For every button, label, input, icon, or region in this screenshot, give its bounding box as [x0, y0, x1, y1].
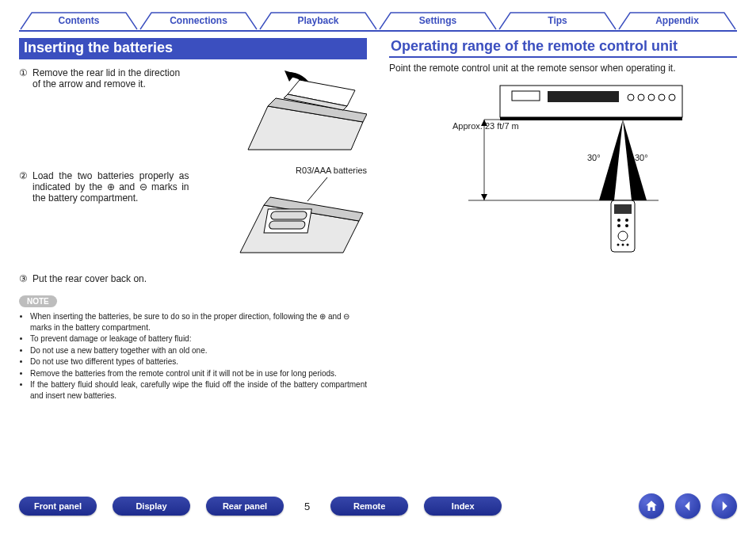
battery-type-label: R03/AAA batteries: [296, 166, 367, 175]
svg-point-32: [625, 224, 628, 227]
tab-label: Contents: [59, 15, 100, 26]
footer-front-panel[interactable]: Front panel: [19, 497, 97, 516]
step-text: Remove the rear lid in the direction of …: [32, 67, 189, 89]
tab-appendix[interactable]: Appendix: [617, 11, 737, 30]
illustration-operating-range: Approx. 23 ft/7 m 30° 30°: [389, 82, 737, 264]
angle-left-label: 30°: [587, 153, 601, 162]
step-1: ① Remove the rear lid in the direction o…: [19, 67, 189, 89]
step-text: Put the rear cover back on.: [32, 273, 147, 284]
step-number: ③: [19, 273, 28, 284]
svg-marker-25: [481, 194, 487, 200]
intro-text: Point the remote control unit at the rem…: [389, 63, 737, 74]
svg-line-10: [307, 177, 327, 201]
tab-contents[interactable]: Contents: [19, 11, 139, 30]
angle-right-label: 30°: [635, 153, 648, 162]
footer-rear-panel[interactable]: Rear panel: [206, 497, 284, 516]
note-item: When inserting the batteries, be sure to…: [30, 311, 367, 333]
illustration-load-batteries: R03/AAA batteries: [197, 166, 368, 268]
svg-rect-8: [270, 211, 307, 219]
tab-label: Tips: [548, 15, 567, 26]
tab-label: Playback: [297, 15, 338, 26]
tab-label: Connections: [170, 15, 227, 26]
heading-operating-range: Operating range of the remote control un…: [389, 38, 737, 58]
svg-point-30: [625, 219, 628, 222]
note-list: When inserting the batteries, be sure to…: [19, 311, 367, 401]
note-badge: NOTE: [19, 295, 57, 307]
note-item: To prevent damage or leakage of battery …: [30, 333, 367, 345]
distance-label: Approx. 23 ft/7 m: [452, 121, 519, 131]
tab-settings[interactable]: Settings: [378, 11, 498, 30]
note-item: If the battery fluid should leak, carefu…: [30, 379, 367, 401]
note-subitem: Do not use a new battery together with a…: [30, 345, 367, 356]
svg-rect-13: [548, 91, 619, 102]
svg-point-29: [617, 219, 620, 222]
column-right: Operating range of the remote control un…: [389, 38, 737, 402]
tab-playback[interactable]: Playback: [258, 11, 378, 30]
tab-label: Settings: [419, 15, 456, 26]
note-subitem: Do not use two different types of batter…: [30, 356, 367, 367]
next-page-icon[interactable]: [712, 493, 737, 519]
step-3: ③ Put the rear cover back on.: [19, 273, 367, 284]
page-number: 5: [304, 501, 310, 512]
tab-tips[interactable]: Tips: [498, 11, 617, 30]
column-left: Inserting the batteries ① Remove the rea…: [19, 38, 367, 402]
heading-inserting-batteries: Inserting the batteries: [19, 38, 367, 59]
step-2: ② Load the two batteries properly as ind…: [19, 170, 189, 204]
step-text: Load the two batteries properly as indic…: [32, 170, 189, 204]
footer-display[interactable]: Display: [113, 497, 190, 516]
content-columns: Inserting the batteries ① Remove the rea…: [19, 38, 737, 402]
tab-label: Appendix: [655, 15, 699, 26]
svg-point-31: [617, 224, 620, 227]
step-number: ①: [19, 67, 28, 78]
home-icon[interactable]: [639, 493, 664, 519]
svg-rect-9: [269, 221, 306, 229]
footer-index[interactable]: Index: [424, 497, 502, 516]
svg-rect-12: [512, 91, 540, 101]
top-nav: Contents Connections Playback Settings T…: [19, 11, 737, 32]
note-item: Remove the batteries from the remote con…: [30, 368, 367, 379]
svg-point-34: [617, 244, 619, 246]
step-number: ②: [19, 170, 28, 181]
svg-rect-28: [614, 204, 632, 214]
prev-page-icon[interactable]: [675, 493, 701, 519]
svg-point-36: [626, 244, 628, 246]
svg-point-35: [621, 244, 624, 246]
footer-nav: Front panel Display Rear panel 5 Remote …: [19, 493, 737, 519]
tab-connections[interactable]: Connections: [139, 11, 258, 30]
footer-remote[interactable]: Remote: [330, 497, 408, 516]
illustration-remove-lid: [197, 63, 368, 166]
